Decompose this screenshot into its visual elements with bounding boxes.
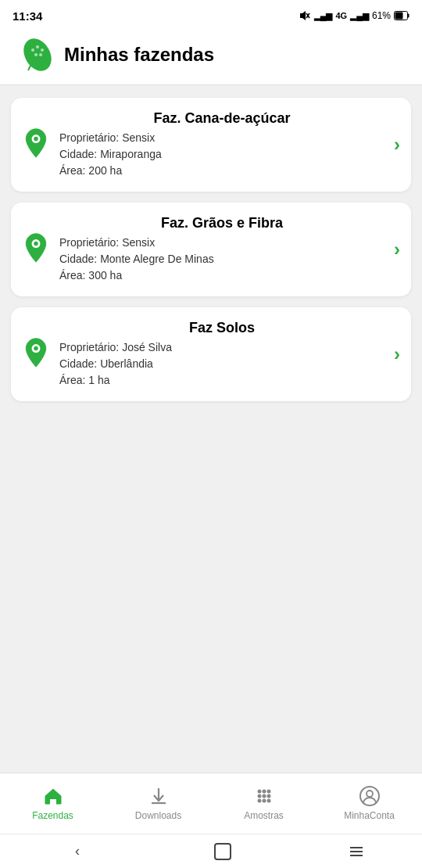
svg-point-6 <box>31 48 34 52</box>
svg-point-23 <box>266 789 270 793</box>
network-type: 4G <box>335 11 347 20</box>
battery-icon <box>394 11 409 20</box>
svg-point-26 <box>266 794 270 798</box>
farm-card-content-2: Faz. Grãos e Fibra Proprietário: Sensix … <box>59 215 384 284</box>
farm-location-icon-2 <box>22 232 50 267</box>
svg-point-17 <box>34 346 38 350</box>
farm-title-2: Faz. Grãos e Fibra <box>59 215 384 231</box>
farm-city-3: Cidade: Uberlândia <box>59 356 384 372</box>
nav-item-downloads[interactable]: Downloads <box>106 785 211 821</box>
farm-area-1: Área: 200 ha <box>59 163 384 179</box>
farm-title-1: Faz. Cana-de-açúcar <box>59 110 384 127</box>
page-title: Minhas fazendas <box>64 44 214 66</box>
android-navigation: ‹ <box>0 834 422 868</box>
farm-owner-1: Proprietário: Sensix <box>59 130 384 146</box>
fazendas-icon <box>42 785 64 807</box>
nav-item-minhaconta[interactable]: MinhaConta <box>316 785 422 821</box>
amostras-label: Amostras <box>244 810 284 821</box>
back-button[interactable]: ‹ <box>59 840 95 863</box>
minhaconta-icon <box>359 785 381 807</box>
farm-location-icon-3 <box>22 337 50 371</box>
svg-point-13 <box>34 137 38 141</box>
svg-point-29 <box>266 798 270 802</box>
farm-arrow-2[interactable]: › <box>394 239 400 260</box>
svg-point-15 <box>34 242 38 246</box>
recents-button[interactable] <box>350 847 363 856</box>
farm-city-2: Cidade: Monte Alegre De Minas <box>59 251 384 267</box>
svg-point-22 <box>262 789 266 793</box>
svg-rect-3 <box>408 14 409 18</box>
battery-text: 61% <box>372 10 391 21</box>
mute-icon <box>299 10 311 21</box>
farm-owner-2: Proprietário: Sensix <box>59 235 384 251</box>
logo-icon <box>16 36 53 74</box>
svg-point-27 <box>257 798 261 802</box>
farm-card-content-3: Faz Solos Proprietário: José Silva Cidad… <box>59 320 384 389</box>
svg-rect-18 <box>50 799 56 804</box>
downloads-label: Downloads <box>135 810 181 821</box>
svg-point-9 <box>34 53 38 56</box>
farm-arrow-3[interactable]: › <box>394 343 400 365</box>
bottom-navigation: Fazendas Downloads <box>0 773 422 834</box>
svg-point-8 <box>41 48 44 52</box>
svg-point-21 <box>257 789 261 793</box>
farm-card-content-1: Faz. Cana-de-açúcar Proprietário: Sensix… <box>59 110 384 179</box>
svg-point-24 <box>257 794 261 798</box>
farm-list: Faz. Cana-de-açúcar Proprietário: Sensix… <box>0 85 422 773</box>
app-logo <box>16 36 53 74</box>
farm-title-3: Faz Solos <box>59 320 384 336</box>
status-time: 11:34 <box>13 9 42 23</box>
status-icons: ▂▄▆ 4G ▂▄▆ 61% <box>299 10 409 21</box>
nav-item-fazendas[interactable]: Fazendas <box>0 785 106 821</box>
farm-area-2: Área: 300 ha <box>59 267 384 284</box>
svg-point-7 <box>36 45 39 48</box>
svg-rect-4 <box>395 13 403 20</box>
amostras-icon <box>253 785 275 807</box>
farm-city-1: Cidade: Miraporanga <box>59 146 384 163</box>
home-button[interactable] <box>214 843 231 860</box>
status-bar: 11:34 ▂▄▆ 4G ▂▄▆ 61% <box>0 0 422 28</box>
farm-owner-3: Proprietário: José Silva <box>59 339 384 356</box>
fazendas-label: Fazendas <box>32 810 73 821</box>
minhaconta-label: MinhaConta <box>344 810 395 821</box>
farm-card-1[interactable]: Faz. Cana-de-açúcar Proprietário: Sensix… <box>11 98 411 192</box>
svg-point-10 <box>39 53 42 56</box>
farm-location-icon-1 <box>22 127 50 162</box>
svg-point-31 <box>367 791 373 797</box>
signal-bars: ▂▄▆ <box>314 11 333 21</box>
app-header: Minhas fazendas <box>0 28 422 85</box>
farm-card-3[interactable]: Faz Solos Proprietário: José Silva Cidad… <box>11 307 411 401</box>
farm-arrow-1[interactable]: › <box>394 134 400 156</box>
farm-card-2[interactable]: Faz. Grãos e Fibra Proprietário: Sensix … <box>11 203 411 296</box>
signal-bars-2: ▂▄▆ <box>350 11 369 21</box>
farm-area-3: Área: 1 ha <box>59 372 384 389</box>
svg-point-25 <box>262 794 266 798</box>
downloads-icon <box>148 785 170 807</box>
nav-item-amostras[interactable]: Amostras <box>211 785 316 821</box>
svg-point-28 <box>262 798 266 802</box>
